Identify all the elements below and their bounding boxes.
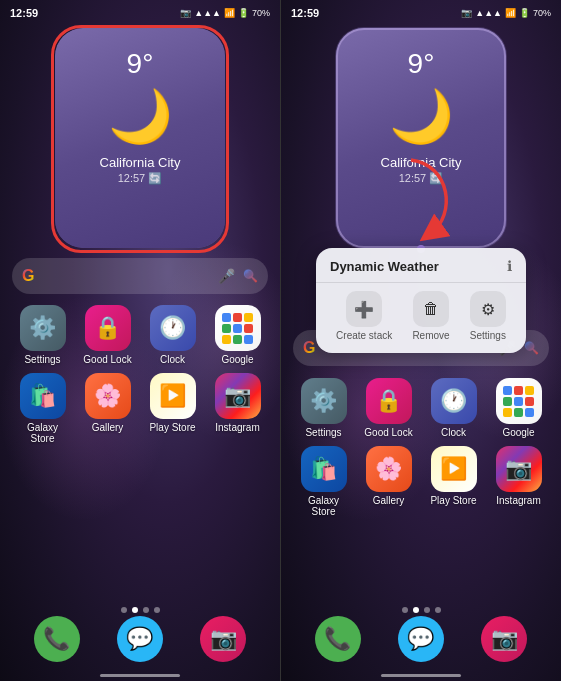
app-gallery[interactable]: 🌸 Gallery xyxy=(80,373,135,433)
settings-action-label: Settings xyxy=(470,330,506,341)
settings-icon[interactable]: ⚙️ xyxy=(20,305,66,351)
create-stack-icon[interactable]: ➕ xyxy=(346,291,382,327)
galaxystore-label-right: Galaxy Store xyxy=(296,495,351,517)
status-icons-right: 📷 ▲▲▲ 📶 🔋 70% xyxy=(461,8,551,18)
context-menu-title: Dynamic Weather xyxy=(330,259,439,274)
mic-icon[interactable]: 🎤 xyxy=(218,268,235,284)
weather-temp: 9° xyxy=(127,48,154,80)
app-settings-right[interactable]: ⚙️ Settings xyxy=(296,378,351,438)
app-clock[interactable]: 🕐 Clock xyxy=(145,305,200,365)
dock-phone[interactable]: 📞 xyxy=(34,616,80,662)
app-row-2-right: 🛍️ Galaxy Store 🌸 Gallery ▶️ Play Store … xyxy=(281,446,561,517)
status-bar-right: 12:59 📷 ▲▲▲ 📶 🔋 70% xyxy=(281,0,561,22)
goodlock-label-right: Good Lock xyxy=(364,427,412,438)
home-indicator xyxy=(100,674,180,677)
dock: 📞 💬 📷 xyxy=(15,611,265,666)
instagram-label: Instagram xyxy=(215,422,259,433)
galaxystore-icon[interactable]: 🛍️ xyxy=(20,373,66,419)
left-panel: 12:59 📷 ▲▲▲ 📶 🔋 70% 9° 🌙 California City… xyxy=(0,0,280,681)
action-create-stack[interactable]: ➕ Create stack xyxy=(336,291,392,341)
playstore-label: Play Store xyxy=(149,422,195,433)
app-instagram-right[interactable]: 📷 Instagram xyxy=(491,446,546,506)
lens-icon[interactable]: 🔍 xyxy=(243,269,258,283)
settings-action-icon[interactable]: ⚙ xyxy=(470,291,506,327)
goodlock-label: Good Lock xyxy=(83,354,131,365)
weather-moon-icon: 🌙 xyxy=(108,90,173,142)
app-galaxystore[interactable]: 🛍️ Galaxy Store xyxy=(15,373,70,444)
dock-right: 📞 💬 📷 xyxy=(296,611,546,666)
action-remove[interactable]: 🗑 Remove xyxy=(412,291,449,341)
instagram-icon[interactable]: 📷 xyxy=(215,373,261,419)
weather-widget-right[interactable]: 9° 🌙 California City 12:57 🔄 xyxy=(336,28,506,248)
playstore-icon-right[interactable]: ▶️ xyxy=(431,446,477,492)
google-icon-right[interactable] xyxy=(496,378,542,424)
home-indicator-right xyxy=(381,674,461,677)
playstore-label-right: Play Store xyxy=(430,495,476,506)
goodlock-icon[interactable]: 🔒 xyxy=(85,305,131,351)
dock-messages-right[interactable]: 💬 xyxy=(398,616,444,662)
app-goodlock-right[interactable]: 🔒 Good Lock xyxy=(361,378,416,438)
app-galaxystore-right[interactable]: 🛍️ Galaxy Store xyxy=(296,446,351,517)
gallery-icon[interactable]: 🌸 xyxy=(85,373,131,419)
context-menu[interactable]: Dynamic Weather ℹ ➕ Create stack 🗑 Remov… xyxy=(316,248,526,353)
dock-phone-right[interactable]: 📞 xyxy=(315,616,361,662)
google-label: Google xyxy=(221,354,253,365)
app-instagram[interactable]: 📷 Instagram xyxy=(210,373,265,433)
app-google-right[interactable]: Google xyxy=(491,378,546,438)
galaxystore-label: Galaxy Store xyxy=(15,422,70,444)
settings-label: Settings xyxy=(24,354,60,365)
status-bar: 12:59 📷 ▲▲▲ 📶 🔋 70% xyxy=(0,0,280,22)
weather-time-right: 12:57 🔄 xyxy=(399,172,444,185)
google-icon[interactable] xyxy=(215,305,261,351)
battery-icon-right: 🔋 xyxy=(519,8,530,18)
settings-label-right: Settings xyxy=(305,427,341,438)
clock-icon-right[interactable]: 🕐 xyxy=(431,378,477,424)
weather-widget[interactable]: 9° 🌙 California City 12:57 🔄 xyxy=(55,28,225,248)
right-panel: 12:59 📷 ▲▲▲ 📶 🔋 70% 9° 🌙 California City… xyxy=(281,0,561,681)
app-row-1: ⚙️ Settings 🔒 Good Lock 🕐 Clock xyxy=(0,305,280,365)
dock-camera-right[interactable]: 📷 xyxy=(481,616,527,662)
action-settings[interactable]: ⚙ Settings xyxy=(470,291,506,341)
app-row-2: 🛍️ Galaxy Store 🌸 Gallery ▶️ Play Store … xyxy=(0,373,280,444)
context-menu-title-row: Dynamic Weather ℹ xyxy=(316,258,526,283)
google-g-logo-right: G xyxy=(303,339,315,357)
context-menu-actions: ➕ Create stack 🗑 Remove ⚙ Settings xyxy=(316,283,526,345)
status-time: 12:59 xyxy=(10,7,38,19)
dock-camera[interactable]: 📷 xyxy=(200,616,246,662)
google-g-logo: G xyxy=(22,267,34,285)
weather-city: California City xyxy=(100,155,181,170)
instagram-label-right: Instagram xyxy=(496,495,540,506)
gallery-label: Gallery xyxy=(92,422,124,433)
app-playstore-right[interactable]: ▶️ Play Store xyxy=(426,446,481,506)
app-clock-right[interactable]: 🕐 Clock xyxy=(426,378,481,438)
app-settings[interactable]: ⚙️ Settings xyxy=(15,305,70,365)
status-icons: 📷 ▲▲▲ 📶 🔋 70% xyxy=(180,8,270,18)
weather-temp-right: 9° xyxy=(408,48,435,80)
google-label-right: Google xyxy=(502,427,534,438)
app-playstore[interactable]: ▶️ Play Store xyxy=(145,373,200,433)
battery-pct: 70% xyxy=(252,8,270,18)
app-google[interactable]: Google xyxy=(210,305,265,365)
photo-icon: 📷 xyxy=(180,8,191,18)
playstore-icon[interactable]: ▶️ xyxy=(150,373,196,419)
gallery-icon-right[interactable]: 🌸 xyxy=(366,446,412,492)
weather-moon-icon-right: 🌙 xyxy=(389,90,454,142)
galaxystore-icon-right[interactable]: 🛍️ xyxy=(301,446,347,492)
dock-messages[interactable]: 💬 xyxy=(117,616,163,662)
settings-icon-right[interactable]: ⚙️ xyxy=(301,378,347,424)
weather-city-right: California City xyxy=(381,155,462,170)
clock-icon[interactable]: 🕐 xyxy=(150,305,196,351)
search-bar[interactable]: G 🎤 🔍 xyxy=(12,258,268,294)
create-stack-label: Create stack xyxy=(336,330,392,341)
battery-pct-right: 70% xyxy=(533,8,551,18)
battery-icon: 🔋 xyxy=(238,8,249,18)
goodlock-icon-right[interactable]: 🔒 xyxy=(366,378,412,424)
wifi-icon-right: 📶 xyxy=(505,8,516,18)
lens-icon-right[interactable]: 🔍 xyxy=(524,341,539,355)
app-gallery-right[interactable]: 🌸 Gallery xyxy=(361,446,416,506)
app-goodlock[interactable]: 🔒 Good Lock xyxy=(80,305,135,365)
instagram-icon-right[interactable]: 📷 xyxy=(496,446,542,492)
remove-icon[interactable]: 🗑 xyxy=(413,291,449,327)
context-menu-info-icon[interactable]: ℹ xyxy=(507,258,512,274)
clock-label: Clock xyxy=(160,354,185,365)
